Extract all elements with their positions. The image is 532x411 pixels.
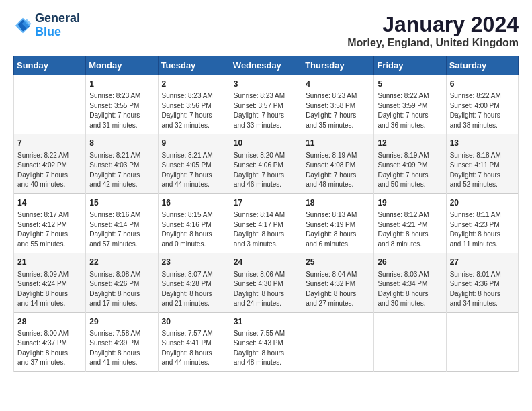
day-info: Sunrise: 8:09 AM Sunset: 4:24 PM Dayligh… <box>17 270 82 309</box>
day-number: 6 <box>450 79 515 90</box>
header-friday: Friday <box>374 56 446 75</box>
location: Morley, England, United Kingdom <box>347 37 519 49</box>
cell-week3-day3: 17Sunrise: 8:14 AM Sunset: 4:17 PM Dayli… <box>230 193 302 253</box>
cell-week3-day1: 15Sunrise: 8:16 AM Sunset: 4:14 PM Dayli… <box>86 193 158 253</box>
day-number: 19 <box>378 197 442 209</box>
day-number: 16 <box>162 197 226 209</box>
day-info: Sunrise: 8:17 AM Sunset: 4:12 PM Dayligh… <box>17 210 82 249</box>
day-info: Sunrise: 8:08 AM Sunset: 4:26 PM Dayligh… <box>89 270 154 309</box>
cell-week5-day3: 31Sunrise: 7:55 AM Sunset: 4:43 PM Dayli… <box>230 312 302 371</box>
header-sunday: Sunday <box>14 56 86 75</box>
day-number: 24 <box>234 257 298 268</box>
day-number: 21 <box>17 257 82 268</box>
day-number: 18 <box>306 197 370 209</box>
day-info: Sunrise: 8:04 AM Sunset: 4:32 PM Dayligh… <box>306 270 370 309</box>
day-number: 17 <box>234 197 298 209</box>
cell-week1-day4: 4Sunrise: 8:23 AM Sunset: 3:58 PM Daylig… <box>302 75 374 134</box>
cell-week1-day5: 5Sunrise: 8:22 AM Sunset: 3:59 PM Daylig… <box>374 75 446 134</box>
day-info: Sunrise: 8:23 AM Sunset: 3:56 PM Dayligh… <box>162 91 226 130</box>
calendar-table: Sunday Monday Tuesday Wednesday Thursday… <box>13 56 519 372</box>
logo-line1: General <box>35 12 80 26</box>
day-info: Sunrise: 8:16 AM Sunset: 4:14 PM Dayligh… <box>89 210 154 249</box>
day-info: Sunrise: 8:03 AM Sunset: 4:34 PM Dayligh… <box>378 270 442 309</box>
calendar-body: 1Sunrise: 8:23 AM Sunset: 3:55 PM Daylig… <box>14 75 519 372</box>
day-number: 31 <box>234 316 298 328</box>
day-number: 23 <box>162 257 226 268</box>
cell-week3-day6: 20Sunrise: 8:11 AM Sunset: 4:23 PM Dayli… <box>446 193 518 253</box>
day-number: 10 <box>234 138 298 149</box>
day-info: Sunrise: 8:11 AM Sunset: 4:23 PM Dayligh… <box>450 210 515 249</box>
cell-week2-day2: 9Sunrise: 8:21 AM Sunset: 4:05 PM Daylig… <box>158 134 230 193</box>
day-number: 1 <box>89 79 154 90</box>
day-number: 30 <box>162 316 226 328</box>
cell-week5-day1: 29Sunrise: 7:58 AM Sunset: 4:39 PM Dayli… <box>86 312 158 371</box>
day-number: 14 <box>17 197 82 209</box>
day-info: Sunrise: 8:06 AM Sunset: 4:30 PM Dayligh… <box>234 270 298 309</box>
day-number: 29 <box>89 316 154 328</box>
cell-week3-day2: 16Sunrise: 8:15 AM Sunset: 4:16 PM Dayli… <box>158 193 230 253</box>
day-number: 4 <box>306 79 370 90</box>
day-info: Sunrise: 7:55 AM Sunset: 4:43 PM Dayligh… <box>234 329 298 368</box>
cell-week1-day0 <box>14 75 86 134</box>
week-row-1: 1Sunrise: 8:23 AM Sunset: 3:55 PM Daylig… <box>14 75 519 134</box>
cell-week1-day6: 6Sunrise: 8:22 AM Sunset: 4:00 PM Daylig… <box>446 75 518 134</box>
logo-line2: Blue <box>35 26 80 39</box>
logo-icon <box>13 16 32 35</box>
day-number: 7 <box>17 138 82 149</box>
day-number: 13 <box>450 138 515 149</box>
day-info: Sunrise: 8:14 AM Sunset: 4:17 PM Dayligh… <box>234 210 298 249</box>
day-info: Sunrise: 8:07 AM Sunset: 4:28 PM Dayligh… <box>162 270 226 309</box>
day-info: Sunrise: 8:21 AM Sunset: 4:05 PM Dayligh… <box>162 151 226 190</box>
header: General Blue January 2024 Morley, Englan… <box>13 12 519 49</box>
day-number: 9 <box>162 138 226 149</box>
day-number: 20 <box>450 197 515 209</box>
day-number: 27 <box>450 257 515 268</box>
day-number: 11 <box>306 138 370 149</box>
day-number: 5 <box>378 79 442 90</box>
day-info: Sunrise: 8:15 AM Sunset: 4:16 PM Dayligh… <box>162 210 226 249</box>
cell-week1-day1: 1Sunrise: 8:23 AM Sunset: 3:55 PM Daylig… <box>86 75 158 134</box>
header-monday: Monday <box>86 56 158 75</box>
cell-week4-day1: 22Sunrise: 8:08 AM Sunset: 4:26 PM Dayli… <box>86 253 158 312</box>
week-row-3: 14Sunrise: 8:17 AM Sunset: 4:12 PM Dayli… <box>14 193 519 253</box>
cell-week1-day3: 3Sunrise: 8:23 AM Sunset: 3:57 PM Daylig… <box>230 75 302 134</box>
day-info: Sunrise: 8:18 AM Sunset: 4:11 PM Dayligh… <box>450 151 515 190</box>
day-info: Sunrise: 8:20 AM Sunset: 4:06 PM Dayligh… <box>234 151 298 190</box>
cell-week5-day6 <box>446 312 518 371</box>
header-thursday: Thursday <box>302 56 374 75</box>
month-title: January 2024 <box>347 12 519 37</box>
day-info: Sunrise: 8:22 AM Sunset: 4:00 PM Dayligh… <box>450 91 515 130</box>
day-info: Sunrise: 8:01 AM Sunset: 4:36 PM Dayligh… <box>450 270 515 309</box>
day-info: Sunrise: 8:23 AM Sunset: 3:58 PM Dayligh… <box>306 91 370 130</box>
day-info: Sunrise: 7:58 AM Sunset: 4:39 PM Dayligh… <box>89 329 154 368</box>
day-info: Sunrise: 8:23 AM Sunset: 3:55 PM Dayligh… <box>89 91 154 130</box>
cell-week2-day0: 7Sunrise: 8:22 AM Sunset: 4:02 PM Daylig… <box>14 134 86 193</box>
day-number: 22 <box>89 257 154 268</box>
day-number: 12 <box>378 138 442 149</box>
header-row: Sunday Monday Tuesday Wednesday Thursday… <box>14 56 519 75</box>
cell-week1-day2: 2Sunrise: 8:23 AM Sunset: 3:56 PM Daylig… <box>158 75 230 134</box>
day-info: Sunrise: 8:00 AM Sunset: 4:37 PM Dayligh… <box>17 329 82 368</box>
day-number: 15 <box>89 197 154 209</box>
cell-week4-day3: 24Sunrise: 8:06 AM Sunset: 4:30 PM Dayli… <box>230 253 302 312</box>
cell-week4-day5: 26Sunrise: 8:03 AM Sunset: 4:34 PM Dayli… <box>374 253 446 312</box>
cell-week5-day4 <box>302 312 374 371</box>
cell-week3-day4: 18Sunrise: 8:13 AM Sunset: 4:19 PM Dayli… <box>302 193 374 253</box>
day-number: 3 <box>234 79 298 90</box>
day-number: 8 <box>89 138 154 149</box>
day-number: 28 <box>17 316 82 328</box>
cell-week2-day1: 8Sunrise: 8:21 AM Sunset: 4:03 PM Daylig… <box>86 134 158 193</box>
day-info: Sunrise: 7:57 AM Sunset: 4:41 PM Dayligh… <box>162 329 226 368</box>
day-number: 26 <box>378 257 442 268</box>
week-row-4: 21Sunrise: 8:09 AM Sunset: 4:24 PM Dayli… <box>14 253 519 312</box>
cell-week4-day6: 27Sunrise: 8:01 AM Sunset: 4:36 PM Dayli… <box>446 253 518 312</box>
cell-week2-day5: 12Sunrise: 8:19 AM Sunset: 4:09 PM Dayli… <box>374 134 446 193</box>
logo: General Blue <box>13 12 80 39</box>
day-info: Sunrise: 8:13 AM Sunset: 4:19 PM Dayligh… <box>306 210 370 249</box>
cell-week5-day2: 30Sunrise: 7:57 AM Sunset: 4:41 PM Dayli… <box>158 312 230 371</box>
day-info: Sunrise: 8:19 AM Sunset: 4:08 PM Dayligh… <box>306 151 370 190</box>
title-area: January 2024 Morley, England, United Kin… <box>347 12 519 49</box>
cell-week3-day5: 19Sunrise: 8:12 AM Sunset: 4:21 PM Dayli… <box>374 193 446 253</box>
day-info: Sunrise: 8:21 AM Sunset: 4:03 PM Dayligh… <box>89 151 154 190</box>
header-saturday: Saturday <box>446 56 518 75</box>
